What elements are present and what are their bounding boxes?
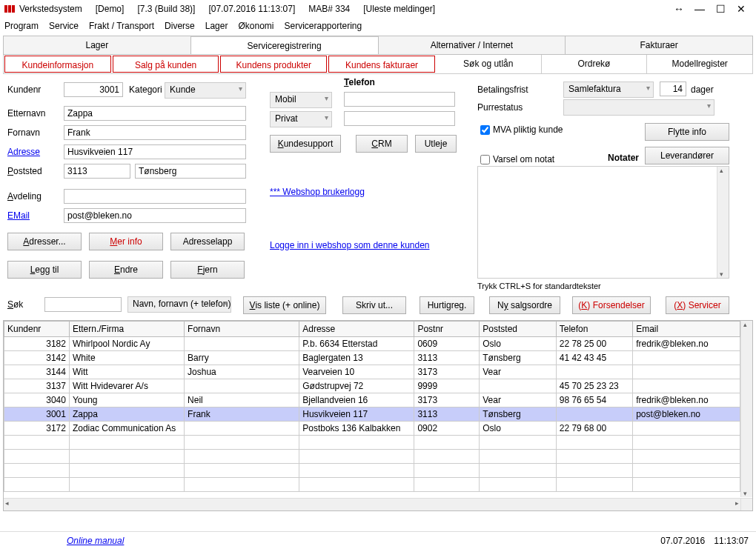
- notater-scrollbar[interactable]: [717, 167, 729, 278]
- select-sok-type[interactable]: Navn, fornavn (+ telefon): [127, 296, 231, 313]
- label-dager: dager: [691, 84, 714, 95]
- menu-lager[interactable]: Lager: [205, 21, 228, 31]
- table-row[interactable]: [4, 450, 740, 464]
- button-crm[interactable]: CRM: [356, 135, 408, 153]
- button-ny-salgsordre[interactable]: Ny salgsordre: [489, 296, 560, 314]
- link-online-manual[interactable]: Online manual: [67, 536, 124, 546]
- button-vis-liste[interactable]: Vis liste (+ online): [243, 296, 326, 314]
- tab-alternativer[interactable]: Alternativer / Internet: [379, 36, 566, 54]
- col-fornavn[interactable]: Fornavn: [185, 322, 299, 337]
- button-flytte-info[interactable]: Flytte info: [645, 123, 729, 141]
- input-sok[interactable]: [44, 297, 122, 312]
- minimize-button[interactable]: —: [689, 3, 710, 15]
- table-cell: Frank: [185, 407, 299, 422]
- link-adresse[interactable]: Adresse: [7, 147, 40, 157]
- col-ettern[interactable]: Ettern./Firma: [69, 322, 184, 337]
- col-telefon[interactable]: Telefon: [556, 322, 632, 337]
- button-utleje[interactable]: Utleje: [415, 135, 457, 153]
- title-msgs: [Uleste meldinger]: [363, 4, 435, 14]
- tab-serviceregistrering[interactable]: Serviceregistrering: [191, 36, 379, 54]
- table-cell: [633, 478, 740, 492]
- table-row[interactable]: 3137Witt Hvidevarer A/sGødstrupvej 72999…: [4, 379, 740, 393]
- textarea-notater[interactable]: [477, 166, 729, 279]
- checkbox-mva-input[interactable]: [480, 125, 490, 135]
- input-email[interactable]: [64, 208, 246, 223]
- grid-vertical-scrollbar[interactable]: [740, 321, 752, 497]
- input-etternavn[interactable]: [64, 106, 246, 121]
- select-kategori[interactable]: Kunde: [165, 82, 246, 99]
- table-row[interactable]: 3142WhiteBarryBaglergaten 133113Tønsberg…: [4, 351, 740, 365]
- tab-salg-pa-kunden[interactable]: Salg på kunden: [113, 56, 219, 73]
- col-kundenr[interactable]: Kundenr: [4, 322, 70, 337]
- button-adresser[interactable]: Adresser...: [7, 233, 82, 250]
- tab-lager[interactable]: Lager: [4, 36, 191, 54]
- table-row[interactable]: 3182Whirlpool Nordic AyP.b. 6634 Etterst…: [4, 337, 740, 351]
- button-servicer[interactable]: (X) Servicer: [666, 296, 729, 314]
- button-leverandorer[interactable]: Leverandører: [645, 147, 729, 164]
- input-poststed[interactable]: [135, 164, 246, 179]
- table-row[interactable]: 3172Zodiac Communication AsPostboks 136 …: [4, 422, 740, 436]
- checkbox-mva[interactable]: MVA pliktig kunde: [477, 123, 563, 137]
- menu-diverse[interactable]: Diverse: [165, 21, 195, 31]
- button-fjern[interactable]: Fjern: [170, 261, 245, 279]
- col-postnr[interactable]: Postnr: [414, 322, 480, 337]
- close-button[interactable]: ✕: [731, 3, 752, 15]
- menu-service[interactable]: Service: [49, 21, 79, 31]
- menu-servicerapportering[interactable]: Servicerapportering: [284, 21, 362, 31]
- link-login-webshop[interactable]: Logge inn i webshop som denne kunden: [270, 240, 430, 250]
- col-adresse[interactable]: Adresse: [299, 322, 414, 337]
- tab-kundens-produkter[interactable]: Kundens produkter: [220, 56, 327, 73]
- button-mer-info[interactable]: Mer info: [89, 233, 163, 250]
- menu-okonomi[interactable]: Økonomi: [238, 21, 273, 31]
- button-endre[interactable]: Endre: [89, 261, 163, 279]
- tab-modellregister[interactable]: Modellregister: [647, 55, 752, 73]
- table-row[interactable]: [4, 464, 740, 478]
- tab-kundeinformasjon[interactable]: Kundeinformasjon: [4, 56, 111, 73]
- label-kundenr: Kundenr: [7, 84, 41, 95]
- table-row[interactable]: [4, 436, 740, 450]
- input-fornavn[interactable]: [64, 125, 246, 140]
- input-betalingsfrist-dager[interactable]: [660, 81, 686, 96]
- link-email[interactable]: EMail: [7, 210, 30, 221]
- input-kundenr[interactable]: [64, 82, 123, 97]
- tab-sok-og-utlan[interactable]: Søk og utlån: [436, 55, 542, 73]
- input-adresse[interactable]: [64, 144, 246, 159]
- menu-frakt[interactable]: Frakt / Transport: [89, 21, 154, 31]
- tab-ordreko[interactable]: Ordrekø: [542, 55, 648, 73]
- checkbox-varsel[interactable]: Varsel om notat: [477, 153, 554, 167]
- table-cell: Vear: [480, 393, 556, 407]
- input-postnr[interactable]: [64, 164, 130, 179]
- col-poststed[interactable]: Poststed: [480, 322, 556, 337]
- grid-horizontal-scrollbar[interactable]: [4, 498, 740, 510]
- select-telefon-type1[interactable]: Mobil: [270, 92, 332, 108]
- select-betalingsfrist[interactable]: Samlefaktura: [563, 81, 654, 98]
- checkbox-varsel-input[interactable]: [480, 155, 490, 164]
- select-purrestatus[interactable]: [563, 99, 714, 116]
- table-cell: 3172: [4, 422, 70, 436]
- table-row[interactable]: 3001ZappaFrankHusvikveien 1173113Tønsber…: [4, 407, 740, 422]
- table-cell: Young: [69, 393, 184, 407]
- table-cell: 3137: [4, 379, 70, 393]
- table-row[interactable]: 3144WittJoshuaVearveien 103173Vear: [4, 365, 740, 379]
- input-telefon2[interactable]: [344, 111, 455, 126]
- button-kundesupport[interactable]: Kundesupport: [270, 135, 341, 153]
- maximize-button[interactable]: ☐: [710, 3, 731, 15]
- tab-kundens-fakturaer[interactable]: Kundens fakturaer: [328, 56, 435, 73]
- input-telefon1[interactable]: [344, 92, 455, 107]
- menu-program[interactable]: Program: [4, 21, 39, 31]
- restore-width-icon[interactable]: ↔: [669, 3, 689, 15]
- table-cell: 9999: [414, 379, 480, 393]
- button-legg-til[interactable]: Legg til: [7, 261, 82, 279]
- select-telefon-type2[interactable]: Privat: [270, 111, 332, 127]
- col-email[interactable]: Email: [633, 322, 740, 337]
- button-hurtigreg[interactable]: Hurtigreg.: [420, 296, 474, 314]
- table-row[interactable]: 3040YoungNeilBjellandveien 163173Vear98 …: [4, 393, 740, 407]
- button-adresselapp[interactable]: Adresselapp: [170, 233, 245, 250]
- input-avdeling[interactable]: [64, 189, 246, 204]
- table-row[interactable]: [4, 478, 740, 492]
- button-skriv-ut[interactable]: Skriv ut...: [342, 296, 406, 314]
- table-cell: Gødstrupvej 72: [299, 379, 414, 393]
- button-forsendelser[interactable]: (K) Forsendelser: [572, 296, 651, 314]
- link-webshop-brukerlogg[interactable]: *** Webshop brukerlogg: [270, 187, 365, 197]
- tab-fakturaer[interactable]: Fakturaer: [566, 36, 752, 54]
